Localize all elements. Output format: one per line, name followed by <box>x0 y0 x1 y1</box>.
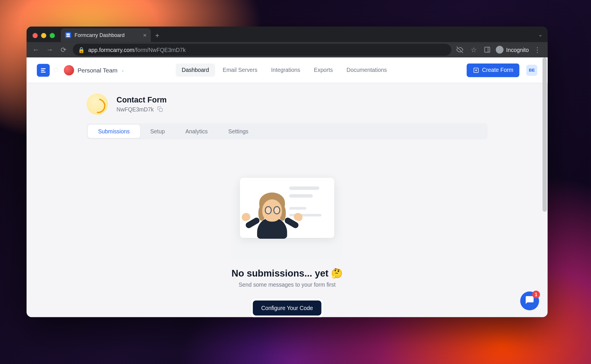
user-avatar[interactable]: BE <box>526 64 538 76</box>
nav-documentations[interactable]: Documentations <box>341 64 393 77</box>
chat-bubble-button[interactable]: 1 <box>520 292 539 310</box>
panel-icon[interactable] <box>482 44 493 55</box>
nav-email-servers[interactable]: Email Servers <box>217 64 263 77</box>
eye-off-icon[interactable] <box>455 44 465 55</box>
tab-analytics[interactable]: Analytics <box>175 125 218 138</box>
team-avatar-icon <box>64 65 74 75</box>
nav-exports[interactable]: Exports <box>308 64 339 77</box>
heart-icon[interactable]: ♡ <box>53 66 59 74</box>
svg-rect-5 <box>41 72 46 72</box>
content-area: ♡ Personal Team ⌄ Dashboard Email Server… <box>27 57 548 317</box>
incognito-icon <box>496 46 504 54</box>
main-nav: Dashboard Email Servers Integrations Exp… <box>176 64 393 77</box>
browser-menu-button[interactable]: ⋮ <box>532 44 543 55</box>
empty-state: No submissions... yet 🤔 Send some messag… <box>87 139 488 317</box>
chat-notification-badge: 1 <box>532 291 540 298</box>
copy-icon[interactable] <box>157 106 162 113</box>
tab-submissions[interactable]: Submissions <box>88 125 140 138</box>
url-domain: app.formcarry.com <box>88 46 134 53</box>
empty-title: No submissions... yet 🤔 <box>87 268 488 279</box>
svg-rect-4 <box>41 70 44 71</box>
address-bar: ← → ⟳ 🔒 app.formcarry.com/form/NwFQE3mD7… <box>27 42 548 57</box>
tab-close-button[interactable]: × <box>143 32 147 39</box>
incognito-badge[interactable]: Incognito <box>496 46 529 54</box>
tabs-container: Submissions Setup Analytics Settings <box>87 124 488 139</box>
tab-bar: Formcarry Dashboard × + ⌄ <box>27 27 548 42</box>
tab-favicon-icon <box>65 32 71 38</box>
tab-title: Formcarry Dashboard <box>74 32 124 38</box>
nav-reload-button[interactable]: ⟳ <box>57 44 70 56</box>
scrollbar[interactable] <box>543 57 547 212</box>
team-name[interactable]: Personal Team <box>78 67 117 74</box>
memoji-shrug-icon <box>244 187 300 239</box>
tab-setup[interactable]: Setup <box>140 125 175 138</box>
form-title: Contact Form <box>117 95 167 104</box>
svg-rect-3 <box>41 68 46 69</box>
bookmark-star-icon[interactable]: ☆ <box>468 44 479 55</box>
tab-settings[interactable]: Settings <box>218 125 259 138</box>
url-bar[interactable]: 🔒 app.formcarry.com/form/NwFQE3mD7k <box>73 44 451 56</box>
form-icon <box>87 94 108 115</box>
nav-forward-button[interactable]: → <box>44 44 56 56</box>
configure-code-button[interactable]: Configure Your Code <box>253 300 322 316</box>
create-form-label: Create Form <box>482 67 513 73</box>
create-form-icon <box>473 67 480 74</box>
new-tab-button[interactable]: + <box>151 29 164 42</box>
nav-integrations[interactable]: Integrations <box>265 64 306 77</box>
browser-tab[interactable]: Formcarry Dashboard × <box>61 28 151 42</box>
tabs-dropdown-button[interactable]: ⌄ <box>538 32 543 38</box>
window-maximize-button[interactable] <box>50 33 55 38</box>
app-header: ♡ Personal Team ⌄ Dashboard Email Server… <box>27 57 548 83</box>
form-id: NwFQE3mD7k <box>117 106 154 113</box>
browser-window: Formcarry Dashboard × + ⌄ ← → ⟳ 🔒 app.fo… <box>27 27 548 317</box>
create-form-button[interactable]: Create Form <box>467 63 519 77</box>
team-dropdown-icon[interactable]: ⌄ <box>121 68 124 72</box>
svg-rect-9 <box>159 108 162 111</box>
empty-subtitle: Send some messages to your form first <box>87 282 488 288</box>
window-minimize-button[interactable] <box>41 33 46 38</box>
window-controls <box>33 33 55 38</box>
url-path: /form/NwFQE3mD7k <box>134 46 186 53</box>
nav-back-button[interactable]: ← <box>30 44 42 56</box>
incognito-label: Incognito <box>506 46 529 53</box>
form-header: Contact Form NwFQE3mD7k <box>87 94 488 115</box>
nav-dashboard[interactable]: Dashboard <box>176 64 215 77</box>
svg-rect-1 <box>485 47 490 52</box>
window-close-button[interactable] <box>33 33 38 38</box>
empty-illustration <box>216 161 358 260</box>
formcarry-logo-icon[interactable] <box>37 64 50 76</box>
lock-icon: 🔒 <box>78 46 85 53</box>
